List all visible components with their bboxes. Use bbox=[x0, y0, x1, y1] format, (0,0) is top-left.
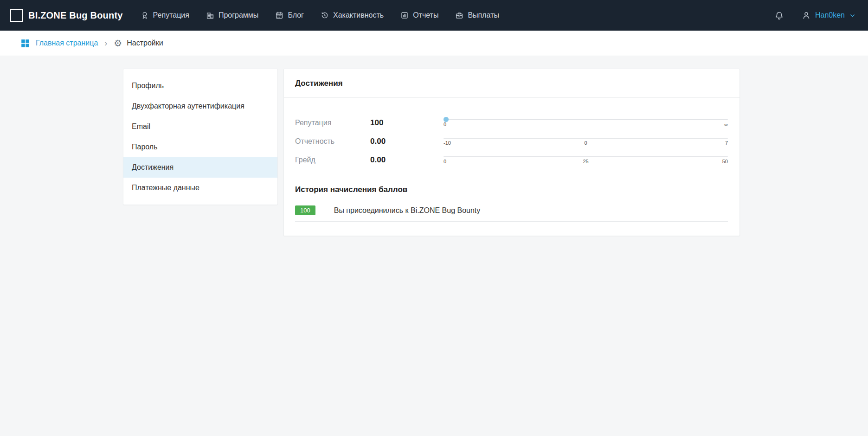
breadcrumb: Главная страница › ⚙ Настройки bbox=[0, 31, 868, 56]
metric-row-reporting: Отчетность 0.00 -10 0 7 bbox=[295, 132, 728, 151]
history-list: 100 Вы присоединились к Bi.ZONE Bug Boun… bbox=[295, 205, 728, 222]
scale-max-label: 50 bbox=[722, 159, 728, 164]
nav-label: Репутация bbox=[153, 11, 189, 19]
slider-track bbox=[444, 156, 728, 157]
calendar-icon bbox=[275, 11, 283, 19]
nav-label: Выплаты bbox=[468, 11, 499, 19]
user-icon bbox=[802, 11, 811, 20]
achievements-card: Достижения Репутация 100 0 ∞ Отчетно bbox=[283, 69, 740, 236]
user-menu[interactable]: Han0ken bbox=[802, 11, 856, 20]
topbar-right: Han0ken bbox=[774, 11, 856, 20]
app-logo[interactable]: BI.ZONE Bug Bounty bbox=[10, 9, 123, 22]
history-row: 100 Вы присоединились к Bi.ZONE Bug Boun… bbox=[295, 205, 728, 222]
metric-value: 0.00 bbox=[370, 155, 444, 165]
metric-value: 100 bbox=[370, 118, 444, 128]
report-icon bbox=[400, 11, 409, 19]
breadcrumb-current-label: Настройки bbox=[127, 39, 163, 47]
sidebar-item-achievements[interactable]: Достижения bbox=[123, 157, 277, 178]
content: Профиль Двухфакторная аутентификация Ema… bbox=[0, 56, 868, 236]
metric-label: Отчетность bbox=[295, 137, 370, 146]
breadcrumb-home-link[interactable]: Главная страница bbox=[20, 38, 98, 48]
sidebar-item-email[interactable]: Email bbox=[123, 116, 277, 137]
chevron-down-icon bbox=[849, 12, 856, 19]
nav-item-reports[interactable]: Отчеты bbox=[400, 11, 438, 19]
breadcrumb-separator: › bbox=[104, 38, 107, 48]
logo-square-icon bbox=[10, 9, 23, 22]
breadcrumb-home-label: Главная страница bbox=[36, 39, 98, 47]
metric-row-reputation: Репутация 100 0 ∞ bbox=[295, 114, 728, 132]
notifications-bell-icon[interactable] bbox=[774, 11, 784, 20]
slider-track bbox=[444, 119, 728, 120]
history-icon bbox=[321, 11, 329, 19]
metric-label: Репутация bbox=[295, 119, 370, 127]
scale-max-label: 7 bbox=[725, 140, 728, 146]
medal-icon bbox=[141, 11, 149, 19]
scale-min-label: 0 bbox=[444, 159, 446, 164]
card-title: Достижения bbox=[284, 69, 739, 98]
slider-scale: 0 ∞ bbox=[444, 122, 728, 128]
scale-min-label: -10 bbox=[444, 140, 451, 146]
nav-label: Блог bbox=[288, 11, 304, 19]
metric-value: 0.00 bbox=[370, 137, 444, 146]
nav-label: Хакактивность bbox=[333, 11, 384, 19]
history-title: История начисления баллов bbox=[284, 173, 739, 194]
slider-track bbox=[444, 138, 728, 139]
sidebar-item-password[interactable]: Пароль bbox=[123, 137, 277, 157]
nav-item-programs[interactable]: Программы bbox=[206, 11, 258, 19]
nav-item-hackactivity[interactable]: Хакактивность bbox=[321, 11, 384, 19]
sidebar-item-2fa[interactable]: Двухфакторная аутентификация bbox=[123, 96, 277, 116]
home-grid-icon bbox=[20, 38, 30, 48]
history-text: Вы присоединились к Bi.ZONE Bug Bounty bbox=[334, 206, 481, 215]
username: Han0ken bbox=[815, 11, 845, 19]
grade-slider: 0 25 50 bbox=[444, 155, 728, 165]
slider-scale: -10 0 7 bbox=[444, 140, 728, 147]
logo-text: BI.ZONE Bug Bounty bbox=[28, 10, 123, 21]
sidebar-item-payment-data[interactable]: Платежные данные bbox=[123, 178, 277, 198]
points-badge: 100 bbox=[295, 205, 315, 215]
topbar: BI.ZONE Bug Bounty Репутация Программы bbox=[0, 0, 868, 31]
scale-min-label: 0 bbox=[444, 122, 446, 127]
payments-icon bbox=[455, 11, 463, 19]
scale-mid-label: 25 bbox=[583, 159, 588, 164]
metrics: Репутация 100 0 ∞ Отчетность 0.00 bbox=[284, 98, 739, 173]
main-nav: Репутация Программы Блог bbox=[141, 11, 499, 19]
settings-sidebar: Профиль Двухфакторная аутентификация Ema… bbox=[123, 69, 278, 205]
nav-item-reputation[interactable]: Репутация bbox=[141, 11, 189, 19]
nav-label: Отчеты bbox=[413, 11, 438, 19]
metric-label: Грейд bbox=[295, 156, 370, 164]
building-icon bbox=[206, 11, 214, 19]
metric-row-grade: Грейд 0.00 0 25 50 bbox=[295, 151, 728, 169]
nav-item-payments[interactable]: Выплаты bbox=[455, 11, 499, 19]
breadcrumb-current: ⚙ Настройки bbox=[114, 38, 163, 48]
slider-scale: 0 25 50 bbox=[444, 159, 728, 165]
scale-max-label: ∞ bbox=[724, 122, 728, 127]
reputation-slider: 0 ∞ bbox=[444, 118, 728, 128]
nav-label: Программы bbox=[219, 11, 258, 19]
nav-item-blog[interactable]: Блог bbox=[275, 11, 304, 19]
scale-mid-label: 0 bbox=[584, 140, 587, 146]
gear-icon: ⚙ bbox=[114, 38, 122, 48]
sidebar-item-profile[interactable]: Профиль bbox=[123, 76, 277, 96]
reporting-slider: -10 0 7 bbox=[444, 137, 728, 147]
